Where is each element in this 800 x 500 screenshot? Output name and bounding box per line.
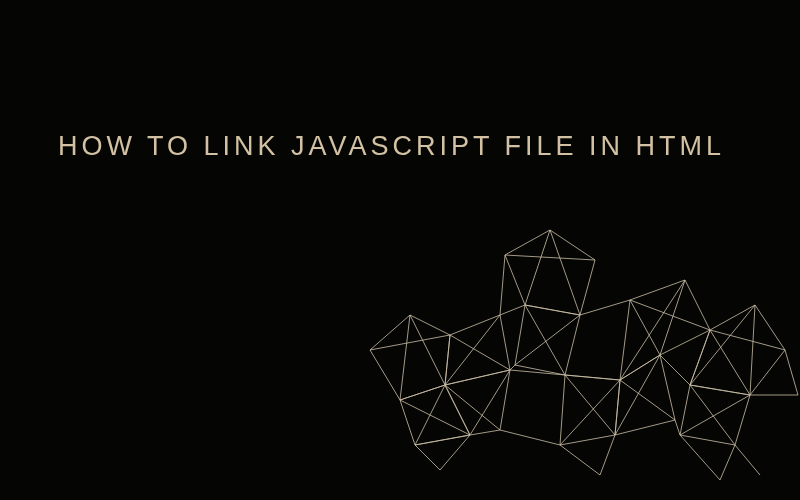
- svg-line-55: [680, 435, 720, 480]
- svg-marker-32: [615, 355, 675, 435]
- svg-line-44: [750, 305, 755, 395]
- svg-line-18: [525, 230, 550, 305]
- page-title: HOW TO LINK JAVASCRIPT FILE IN HTML: [58, 128, 725, 164]
- svg-line-50: [660, 355, 690, 385]
- svg-marker-35: [560, 375, 620, 445]
- svg-line-22: [515, 315, 580, 365]
- svg-line-17: [505, 255, 595, 260]
- svg-line-14: [415, 445, 440, 470]
- svg-marker-7: [400, 385, 470, 445]
- svg-line-1: [370, 335, 450, 350]
- svg-line-23: [510, 365, 515, 370]
- svg-line-29: [620, 280, 685, 380]
- svg-line-52: [785, 350, 798, 395]
- svg-line-31: [660, 280, 685, 355]
- svg-line-54: [735, 445, 760, 475]
- svg-line-11: [445, 385, 500, 430]
- svg-line-36: [565, 375, 615, 435]
- svg-line-37: [560, 380, 620, 445]
- svg-line-39: [560, 445, 600, 475]
- svg-line-58: [500, 255, 505, 315]
- svg-line-13: [415, 435, 470, 445]
- svg-line-24: [510, 370, 565, 375]
- svg-line-15: [440, 435, 470, 470]
- svg-line-38: [500, 430, 560, 445]
- svg-line-2: [400, 315, 410, 400]
- title-line-1: HOW TO LINK JAVASCRIPT FILE IN HTML: [58, 131, 725, 161]
- svg-line-21: [525, 305, 565, 375]
- svg-line-49: [675, 420, 680, 435]
- svg-line-40: [600, 435, 615, 475]
- svg-marker-10: [445, 370, 510, 435]
- svg-line-43: [690, 305, 755, 385]
- svg-line-3: [410, 315, 445, 385]
- svg-line-9: [415, 385, 445, 445]
- svg-line-25: [580, 300, 630, 315]
- geometric-wireframe-art: [340, 220, 800, 500]
- svg-line-30: [630, 300, 660, 355]
- svg-line-19: [550, 230, 580, 315]
- svg-line-56: [720, 445, 735, 480]
- svg-line-12: [470, 370, 510, 435]
- svg-marker-16: [505, 230, 595, 315]
- svg-marker-4: [445, 315, 510, 385]
- svg-marker-27: [620, 280, 710, 380]
- svg-line-47: [690, 385, 735, 445]
- svg-line-57: [500, 305, 525, 315]
- svg-line-45: [710, 330, 750, 395]
